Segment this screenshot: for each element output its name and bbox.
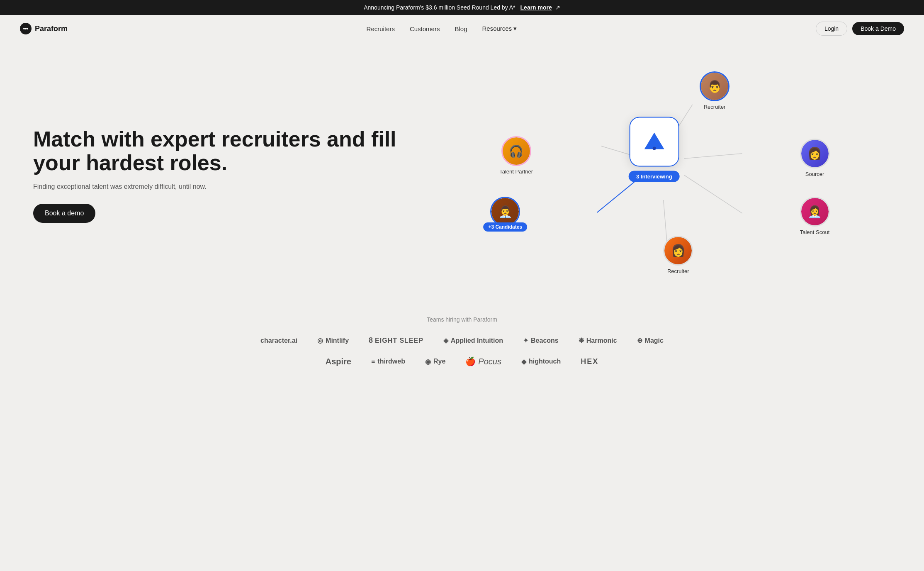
label-talent-scout: Talent Scout bbox=[800, 229, 830, 235]
beacons-icon: ✦ bbox=[523, 337, 528, 344]
banner-arrow-icon: ↗ bbox=[555, 4, 560, 11]
hightouch-icon: ◆ bbox=[521, 358, 526, 366]
avatar-recruiter-top: 👨 bbox=[700, 71, 729, 101]
hero-cta-button[interactable]: Book a demo bbox=[33, 204, 95, 223]
node-sourcer: 👩 Sourcer bbox=[800, 139, 830, 177]
node-recruiter-top: 👨 Recruiter bbox=[700, 71, 729, 110]
avatar-sourcer: 👩 bbox=[800, 139, 830, 168]
thirdweb-icon: ≡ bbox=[371, 358, 375, 365]
rye-icon: ◉ bbox=[425, 358, 431, 366]
node-talent-partner: 🎧 Talent Partner bbox=[499, 136, 533, 175]
node-recruiter-bottom: 👩 Recruiter bbox=[663, 236, 693, 274]
character-ai-text: character.ai bbox=[260, 337, 297, 344]
magic-icon: ⊕ bbox=[637, 337, 642, 344]
svg-point-0 bbox=[23, 28, 25, 29]
rye-text: Rye bbox=[433, 358, 445, 365]
pocus-text: Pocus bbox=[478, 357, 501, 366]
logo-hex: HEX bbox=[581, 357, 598, 366]
pocus-icon: 🍎 bbox=[465, 356, 476, 366]
harmonic-text: Harmonic bbox=[586, 337, 617, 344]
applied-intuition-text: Applied Intuition bbox=[451, 337, 503, 344]
hex-text: HEX bbox=[581, 357, 598, 366]
nav-blog[interactable]: Blog bbox=[455, 25, 467, 32]
logo-rye: ◉ Rye bbox=[425, 358, 445, 366]
announcement-banner: Announcing Paraform's $3.6 million Seed … bbox=[0, 0, 924, 15]
logos-section: Teams hiring with Paraform character.ai … bbox=[0, 300, 924, 395]
logos-row-2: Aspire ≡ thirdweb ◉ Rye 🍎 Pocus ◆ highto… bbox=[25, 356, 899, 366]
logos-label: Teams hiring with Paraform bbox=[25, 316, 899, 323]
mintlify-text: Mintlify bbox=[326, 337, 349, 344]
nav-actions: Login Book a Demo bbox=[816, 22, 904, 36]
nav-recruiters[interactable]: Recruiters bbox=[367, 25, 395, 32]
svg-point-10 bbox=[652, 146, 656, 150]
eight-sleep-icon: 8 bbox=[369, 336, 372, 345]
logo-aspire: Aspire bbox=[326, 357, 351, 366]
book-demo-button[interactable]: Book a Demo bbox=[852, 22, 904, 35]
logo[interactable]: Paraform bbox=[20, 23, 68, 34]
logo-character-ai: character.ai bbox=[260, 337, 297, 344]
mintlify-icon: ◎ bbox=[317, 337, 323, 344]
login-button[interactable]: Login bbox=[816, 22, 847, 36]
logo-pocus: 🍎 Pocus bbox=[465, 356, 501, 366]
avatar-talent-partner: 🎧 bbox=[501, 136, 531, 166]
label-sourcer: Sourcer bbox=[805, 171, 824, 177]
center-paraform-node: 3 Interviewing bbox=[629, 117, 680, 182]
logo-hightouch: ◆ hightouch bbox=[521, 358, 561, 366]
logo-beacons: ✦ Beacons bbox=[523, 337, 559, 344]
banner-text: Announcing Paraform's $3.6 million Seed … bbox=[364, 4, 515, 11]
svg-point-1 bbox=[25, 28, 27, 29]
navbar: Paraform Recruiters Customers Blog Resou… bbox=[0, 15, 924, 42]
svg-line-5 bbox=[684, 154, 742, 159]
logo-mintlify: ◎ Mintlify bbox=[317, 337, 349, 344]
node-talent-scout: 👩‍💼 Talent Scout bbox=[800, 197, 830, 235]
beacons-text: Beacons bbox=[531, 337, 559, 344]
avatar-talent-scout: 👩‍💼 bbox=[800, 197, 830, 227]
harmonic-icon: ❋ bbox=[579, 337, 584, 344]
logo-harmonic: ❋ Harmonic bbox=[579, 337, 617, 344]
node-candidates: 👨‍💼 +3 Candidates bbox=[490, 197, 520, 237]
logo-thirdweb: ≡ thirdweb bbox=[371, 358, 405, 365]
logo-applied-intuition: ◈ Applied Intuition bbox=[443, 337, 503, 344]
logo-icon bbox=[20, 23, 32, 34]
candidates-badge: +3 Candidates bbox=[483, 222, 527, 232]
banner-link[interactable]: Learn more bbox=[520, 4, 552, 11]
nav-customers[interactable]: Customers bbox=[410, 25, 440, 32]
eight-sleep-text: EIGHT SLEEP bbox=[375, 337, 423, 344]
logo-magic: ⊕ Magic bbox=[637, 337, 664, 344]
logo-text: Paraform bbox=[35, 24, 68, 33]
hero-text: Match with expert recruiters and fill yo… bbox=[33, 127, 419, 223]
applied-intuition-icon: ◈ bbox=[443, 337, 448, 344]
center-logo-box bbox=[629, 117, 679, 166]
label-recruiter-bottom: Recruiter bbox=[667, 268, 689, 274]
svg-point-2 bbox=[27, 28, 28, 29]
aspire-text: Aspire bbox=[326, 357, 351, 366]
hero-heading: Match with expert recruiters and fill yo… bbox=[33, 127, 419, 175]
nav-resources[interactable]: Resources ▾ bbox=[482, 25, 517, 32]
thirdweb-text: thirdweb bbox=[377, 358, 405, 365]
center-badge: 3 Interviewing bbox=[629, 171, 680, 182]
hero-section: Match with expert recruiters and fill yo… bbox=[0, 42, 924, 300]
svg-line-7 bbox=[684, 175, 742, 213]
avatar-recruiter-bottom: 👩 bbox=[663, 236, 693, 266]
hero-subtext: Finding exceptional talent was extremely… bbox=[33, 183, 419, 190]
nav-links: Recruiters Customers Blog Resources ▾ bbox=[367, 25, 517, 32]
label-talent-partner: Talent Partner bbox=[499, 168, 533, 175]
magic-text: Magic bbox=[645, 337, 664, 344]
hightouch-text: hightouch bbox=[529, 358, 561, 365]
logos-row-1: character.ai ◎ Mintlify 8 EIGHT SLEEP ◈ … bbox=[25, 336, 899, 345]
network-diagram: 👨 Recruiter 🎧 Talent Partner 👩 Sourcer bbox=[436, 67, 891, 283]
logo-eight-sleep: 8 EIGHT SLEEP bbox=[369, 336, 423, 345]
label-recruiter-top: Recruiter bbox=[704, 104, 726, 110]
